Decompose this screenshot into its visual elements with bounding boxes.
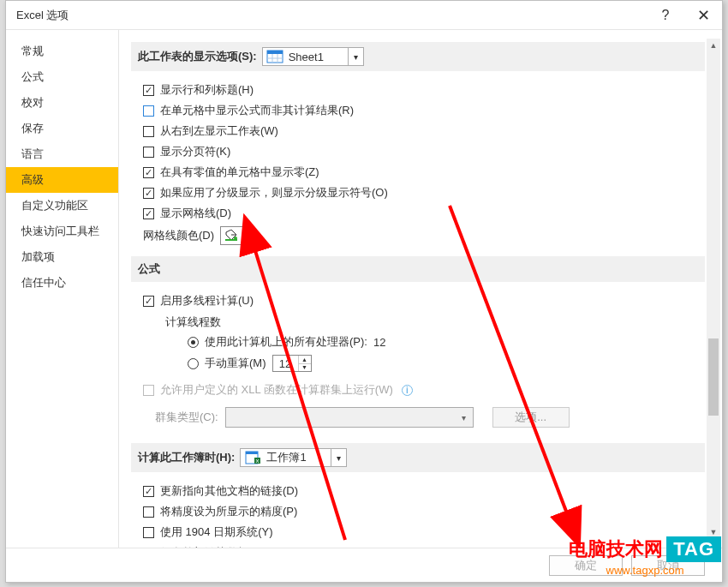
row-gridline-color: 网格线颜色(D) ▾ xyxy=(143,224,705,248)
checkbox-icon: ✓ xyxy=(143,548,154,548)
opt-label: 使用 1904 日期系统(Y) xyxy=(160,524,272,540)
scroll-thumb[interactable] xyxy=(708,338,719,416)
sidebar-item-general[interactable]: 常规 xyxy=(6,39,118,64)
paint-bucket-icon xyxy=(224,230,239,242)
checkbox-icon: ✓ xyxy=(143,208,154,219)
info-icon[interactable]: i xyxy=(402,385,413,396)
opt-label: 显示网格线(D) xyxy=(160,206,231,221)
sidebar-item-qat[interactable]: 快速访问工具栏 xyxy=(6,219,118,244)
opt-update-links[interactable]: ✓ 更新指向其他文档的链接(D) xyxy=(143,481,705,501)
workbook-select-value: 工作簿1 xyxy=(265,450,330,465)
opt-precision-displayed[interactable]: 将精度设为所显示的精度(P) xyxy=(143,501,705,522)
spinner-value: 12 xyxy=(273,356,299,371)
cluster-type-label: 群集类型(C): xyxy=(155,410,218,425)
watermark: 电脑技术网 TAG www.tagxp.com xyxy=(569,536,721,577)
checkbox-icon: ✓ xyxy=(143,188,154,199)
opt-xll-cluster: 允许用户定义的 XLL 函数在计算群集上运行(W) i xyxy=(143,380,705,400)
svg-text:X: X xyxy=(256,458,260,464)
spinner-down-icon[interactable]: ▼ xyxy=(299,364,311,372)
section-workbook-title: 计算此工作簿时(H): xyxy=(138,450,235,465)
opt-label: 从右到左显示工作表(W) xyxy=(160,123,278,139)
opt-rtl-sheet[interactable]: 从右到左显示工作表(W) xyxy=(143,121,705,141)
radio-icon xyxy=(188,358,199,369)
sidebar-item-language[interactable]: 语言 xyxy=(6,141,118,167)
worksheet-icon xyxy=(266,50,283,63)
checkbox-icon xyxy=(143,126,154,137)
svg-rect-6 xyxy=(225,239,237,241)
section-formulas-title: 公式 xyxy=(138,261,160,277)
chevron-down-icon[interactable]: ▾ xyxy=(331,448,346,467)
opt-outline-symbols[interactable]: ✓ 如果应用了分级显示，则显示分级显示符号(O) xyxy=(143,183,705,203)
sidebar-item-advanced[interactable]: 高级 xyxy=(6,167,118,193)
threads-heading: 计算线程数 xyxy=(143,311,705,332)
sidebar-item-proofing[interactable]: 校对 xyxy=(6,90,118,116)
opt-label: 启用多线程计算(U) xyxy=(160,293,254,308)
checkbox-icon xyxy=(143,527,154,538)
sidebar-item-save[interactable]: 保存 xyxy=(6,116,118,141)
radio-manual[interactable]: 手动重算(M) 12 ▲▼ xyxy=(143,352,705,374)
checkbox-icon xyxy=(143,147,154,158)
checkbox-icon xyxy=(143,506,154,518)
scroll-up-icon[interactable]: ▲ xyxy=(707,39,720,52)
opt-page-breaks[interactable]: 显示分页符(K) xyxy=(143,141,705,162)
opt-label: 更新指向其他文档的链接(D) xyxy=(160,483,298,499)
chevron-down-icon: ▾ xyxy=(456,413,473,422)
section-workbook-calc: 计算此工作簿时(H): X 工作簿1 ▾ xyxy=(131,443,705,472)
vertical-scrollbar[interactable]: ▲ ▼ xyxy=(707,39,720,539)
section-formulas: 公式 xyxy=(131,256,705,282)
opt-label: 将精度设为所显示的精度(P) xyxy=(160,504,297,519)
watermark-text: 电脑技术网 xyxy=(569,536,663,562)
opt-show-zeros[interactable]: ✓ 在具有零值的单元格中显示零(Z) xyxy=(143,162,705,183)
opt-label: 在具有零值的单元格中显示零(Z) xyxy=(160,165,319,180)
checkbox-icon: ✓ xyxy=(143,296,154,307)
processor-count: 12 xyxy=(373,336,385,349)
radio-label: 手动重算(M) xyxy=(205,356,266,371)
checkbox-icon: ✓ xyxy=(143,167,154,178)
checkbox-icon xyxy=(143,105,154,117)
worksheet-select[interactable]: Sheet1 ▾ xyxy=(262,47,364,66)
gridline-color-label: 网格线颜色(D) xyxy=(143,228,214,243)
gridline-color-picker[interactable]: ▾ xyxy=(220,226,253,245)
thread-count-spinner[interactable]: 12 ▲▼ xyxy=(272,355,312,372)
sidebar-item-trust-center[interactable]: 信任中心 xyxy=(6,270,118,296)
close-button[interactable]: ✕ xyxy=(684,1,722,30)
section-worksheet-display: 此工作表的显示选项(S): Sheet1 ▾ xyxy=(131,42,705,71)
checkbox-icon: ✓ xyxy=(143,85,154,96)
sidebar-item-formulas[interactable]: 公式 xyxy=(6,64,118,90)
watermark-tag: TAG xyxy=(666,536,721,562)
svg-rect-8 xyxy=(246,452,258,454)
sidebar-item-addins[interactable]: 加载项 xyxy=(6,244,118,270)
workbook-icon: X xyxy=(244,451,261,464)
sidebar: 常规 公式 校对 保存 语言 高级 自定义功能区 快速访问工具栏 加载项 信任中… xyxy=(6,30,119,548)
window-title: Excel 选项 xyxy=(6,8,69,23)
worksheet-select-value: Sheet1 xyxy=(287,51,348,63)
opt-label: 显示行和列标题(H) xyxy=(160,82,254,98)
checkbox-icon: ✓ xyxy=(143,486,154,497)
watermark-url: www.tagxp.com xyxy=(606,564,684,577)
opt-multithread[interactable]: ✓ 启用多线程计算(U) xyxy=(143,291,705,311)
opt-show-headers[interactable]: ✓ 显示行和列标题(H) xyxy=(143,80,705,100)
checkbox-icon xyxy=(143,385,154,396)
section-worksheet-title: 此工作表的显示选项(S): xyxy=(138,49,257,64)
opt-show-gridlines[interactable]: ✓ 显示网格线(D) xyxy=(143,203,705,224)
radio-label: 使用此计算机上的所有处理器(P): xyxy=(205,334,367,350)
opt-label: 如果应用了分级显示，则显示分级显示符号(O) xyxy=(160,185,388,201)
row-cluster-type: 群集类型(C): ▾ 选项... xyxy=(143,404,705,431)
cluster-options-button: 选项... xyxy=(492,407,570,428)
sidebar-item-customize-ribbon[interactable]: 自定义功能区 xyxy=(6,193,118,219)
svg-rect-1 xyxy=(267,51,283,54)
opt-label: 在单元格中显示公式而非其计算结果(R) xyxy=(160,103,354,118)
cluster-type-select: ▾ xyxy=(225,407,474,428)
workbook-select[interactable]: X 工作簿1 ▾ xyxy=(240,448,346,467)
opt-show-formulas[interactable]: 在单元格中显示公式而非其计算结果(R) xyxy=(143,100,705,121)
chevron-down-icon[interactable]: ▾ xyxy=(348,47,363,66)
spinner-up-icon[interactable]: ▲ xyxy=(299,356,311,364)
chevron-down-icon: ▾ xyxy=(242,231,247,240)
radio-icon xyxy=(188,337,199,348)
opt-label: 显示分页符(K) xyxy=(160,144,230,159)
opt-label: 允许用户定义的 XLL 函数在计算群集上运行(W) xyxy=(160,382,393,398)
help-button[interactable]: ? xyxy=(647,1,684,30)
radio-all-processors[interactable]: 使用此计算机上的所有处理器(P): 12 xyxy=(143,332,705,352)
opt-label: 保存外部链接数据(X) xyxy=(160,545,264,548)
